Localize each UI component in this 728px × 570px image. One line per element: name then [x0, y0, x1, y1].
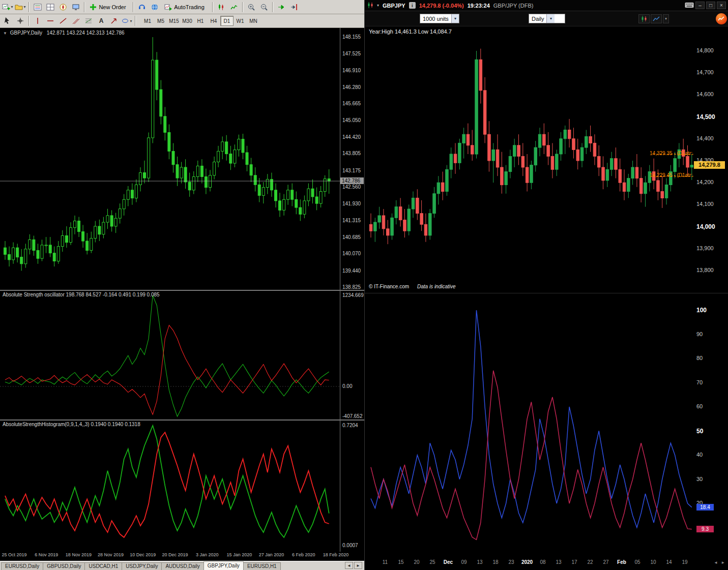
horizontal-scroll-arrows[interactable]: ◄ ►: [714, 560, 726, 565]
chart-tab-gbpjpy-daily[interactable]: GBPJPY,Daily: [203, 561, 244, 570]
close-button[interactable]: ×: [717, 2, 726, 9]
chart-tab-gbpusd-daily[interactable]: GBPUSD,Daily: [43, 562, 85, 570]
maximize-button[interactable]: □: [706, 2, 715, 9]
display-candles-button[interactable]: [638, 14, 650, 23]
date-axis-label: 10 Dec 2019: [130, 552, 156, 557]
scroll-right-icon: ►: [356, 563, 360, 568]
time-axis-label: 11: [383, 559, 388, 565]
trading-desktop: ▾ ▾ New Order AutoTrading: [0, 0, 728, 570]
data-window-button[interactable]: [44, 2, 56, 13]
tab-scroll-right-button[interactable]: ►: [354, 562, 362, 569]
panel-divider[interactable]: [0, 290, 364, 291]
panel-divider[interactable]: [0, 419, 364, 421]
panel-divider[interactable]: [365, 293, 728, 293]
display-menu-button[interactable]: ▾: [663, 14, 669, 23]
mt4-chart-area[interactable]: ▼ GBPJPY,Daily 142.871 143.224 142.313 1…: [0, 28, 364, 561]
timeframe-h4-button[interactable]: H4: [207, 16, 220, 26]
zoom-out-button[interactable]: [258, 2, 270, 13]
price-axis-label: 147.525: [342, 51, 361, 56]
one-click-menu-icon[interactable]: ▼: [3, 31, 7, 36]
timeframe-mn-button[interactable]: MN: [247, 16, 260, 26]
timeframe-m5-button[interactable]: M5: [154, 16, 167, 26]
oscillator-axis-label: 60: [696, 403, 703, 409]
timeframe-m1-button[interactable]: M1: [141, 16, 154, 26]
new-order-plus-icon: [89, 3, 97, 11]
chart-tab-usdcad-h1[interactable]: USDCAD,H1: [84, 562, 122, 570]
zoom-in-button[interactable]: [245, 2, 257, 13]
fibonacci-tool-button[interactable]: [82, 15, 95, 26]
mt4-main-price-chart[interactable]: [0, 28, 340, 290]
period-select[interactable]: Daily ▾: [529, 14, 565, 23]
date-axis-label: 18 Nov 2019: [66, 552, 92, 557]
cursor-tool-button[interactable]: [2, 15, 14, 26]
timeframe-w1-button[interactable]: W1: [234, 16, 247, 26]
oscillator-axis-label: 90: [696, 331, 703, 337]
market-watch-button[interactable]: [32, 2, 44, 13]
autotrading-button[interactable]: AutoTrading: [161, 2, 210, 13]
community-button[interactable]: [136, 2, 148, 13]
website-button[interactable]: [149, 2, 161, 13]
oscillator-axis-label: 1234.669: [342, 292, 364, 298]
price-axis-label: 14,700: [696, 69, 714, 75]
price-axis-label: 142.560: [342, 184, 361, 190]
timeframe-h1-button[interactable]: H1: [194, 16, 207, 26]
minimize-button[interactable]: –: [695, 2, 705, 9]
info-button[interactable]: i: [409, 2, 416, 9]
crosshair-tool-button[interactable]: [14, 15, 26, 26]
chart-shift-button[interactable]: [288, 2, 300, 13]
channel-tool-button[interactable]: [70, 15, 82, 26]
candles-view-button[interactable]: [215, 2, 227, 13]
auto-scroll-button[interactable]: [275, 2, 287, 13]
mt4-histogram-chart[interactable]: [0, 421, 340, 552]
trendline-tool-button[interactable]: [57, 15, 69, 26]
new-order-button[interactable]: New Order: [87, 2, 131, 13]
price-axis-label: 141.315: [342, 218, 361, 223]
toolbar-separator: [272, 2, 273, 12]
units-select[interactable]: 1000 units ▾: [420, 14, 459, 23]
horizontal-line-icon: [46, 17, 54, 25]
time-axis-label: 10: [650, 559, 656, 565]
price-axis-label: 145.665: [342, 101, 361, 106]
timeframe-d1-button[interactable]: D1: [220, 16, 234, 26]
last-price-change: 14,279.8 (-0.04%): [419, 3, 464, 9]
oscillator-axis-label: 40: [696, 452, 703, 458]
navigator-button[interactable]: [57, 2, 69, 13]
price-axis-label: 140.685: [342, 234, 361, 240]
vertical-line-tool-button[interactable]: [32, 15, 44, 26]
terminal-button[interactable]: [70, 2, 82, 13]
line-chart-view-button[interactable]: [228, 2, 240, 13]
display-style-button[interactable]: [651, 14, 662, 23]
oscillator-red-badge: 9.3: [696, 526, 714, 532]
time-axis-label: 20: [414, 559, 419, 565]
time-axis-label: 22: [587, 559, 593, 565]
chart-tab-eurusd-daily[interactable]: EURUSD,Daily: [1, 562, 43, 570]
crosshair-icon: [16, 17, 24, 25]
timeframe-m30-button[interactable]: M30: [181, 16, 194, 26]
price-axis-label: 148.155: [342, 34, 361, 40]
mt4-oscillator-chart[interactable]: [0, 291, 340, 419]
oscillator-blue-badge: 18.4: [696, 504, 714, 511]
prt-oscillator-chart[interactable]: [365, 295, 693, 556]
tab-scroll-controls: ◄ ►: [343, 562, 364, 570]
chart-tab-usdjpy-daily[interactable]: USDJPY,Daily: [122, 562, 162, 570]
arrow-tool-button[interactable]: [108, 15, 120, 26]
tab-scroll-left-button[interactable]: ◄: [345, 562, 353, 569]
profiles-button[interactable]: ▾: [14, 2, 26, 13]
symbol-menu-icon[interactable]: ▾: [377, 3, 379, 8]
date-axis-label: 15 Jan 2020: [227, 552, 252, 557]
prt-price-chart[interactable]: [365, 26, 693, 291]
line-chart-icon: [230, 3, 238, 11]
prorealtime-logo: [716, 13, 727, 24]
new-chart-button[interactable]: ▾: [2, 2, 14, 13]
horizontal-line-tool-button[interactable]: [44, 15, 56, 26]
clock-time: 19:23:24: [468, 3, 490, 9]
oscillator-axis-label: 30: [696, 476, 703, 482]
price-axis-label: 145.050: [342, 117, 361, 123]
text-tool-button[interactable]: A: [95, 15, 107, 26]
chart-tab-audusd-daily[interactable]: AUDUSD,Daily: [161, 562, 203, 570]
shapes-tool-button[interactable]: ▾: [121, 15, 133, 26]
timeframe-m15-button[interactable]: M15: [167, 16, 181, 26]
time-axis-label: 19: [682, 559, 687, 565]
chart-tab-eurusd-h1[interactable]: EURUSD,H1: [243, 562, 281, 570]
keyboard-icon[interactable]: [685, 2, 694, 9]
